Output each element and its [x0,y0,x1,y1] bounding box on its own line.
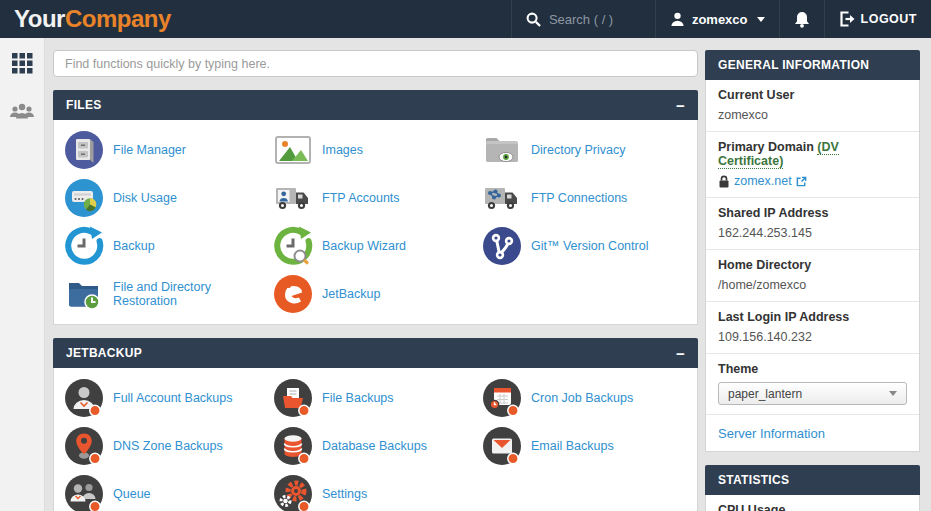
file-manager-icon [64,130,104,170]
backup-icon [64,226,104,266]
server-information-row: Server Information [706,415,919,451]
last-login-ip-row: Last Login IP Address 109.156.140.232 [706,302,919,354]
app-item-full-account-backups[interactable]: Full Account Backups [62,374,271,422]
shared-ip-label: Shared IP Address [718,206,907,220]
file-backups-icon [273,378,313,418]
company-logo[interactable]: YourCompany [0,5,185,33]
app-item-file-backups[interactable]: File Backups [271,374,480,422]
app-item-queue[interactable]: Queue [62,470,271,511]
current-user-row: Current User zomexco [706,80,919,132]
app-item-jetbackup[interactable]: JetBackup [271,270,480,318]
server-information-link[interactable]: Server Information [718,426,825,441]
statistics-header: STATISTICS [705,465,920,495]
app-item-git-version-control[interactable]: Git™ Version Control [480,222,689,270]
primary-domain-label: Primary Domain (DV Certificate) [718,140,907,168]
theme-select[interactable]: paper_lantern [718,382,907,405]
app-item-label: Disk Usage [113,191,177,205]
app-item-label: Git™ Version Control [531,239,648,253]
app-item-label: File and Directory Restoration [113,280,269,309]
app-item-dns-zone-backups[interactable]: DNS Zone Backups [62,422,271,470]
bell-icon [794,11,810,28]
app-item-email-backups[interactable]: Email Backups [480,422,689,470]
general-information-header: GENERAL INFORMATION [705,50,920,80]
app-item-backup-wizard[interactable]: Backup Wizard [271,222,480,270]
statistics-body: CPU Usage 3 / 100 (3%) [705,495,920,511]
current-user-label: Current User [718,88,907,102]
app-item-directory-privacy[interactable]: Directory Privacy [480,126,689,174]
app-item-ftp-connections[interactable]: FTP Connections [480,174,689,222]
full-account-backups-icon [64,378,104,418]
email-backups-icon [482,426,522,466]
notifications-button[interactable] [779,0,824,38]
general-information-title: GENERAL INFORMATION [718,58,869,72]
directory-privacy-icon [482,130,522,170]
general-information-panel: GENERAL INFORMATION Current User zomexco… [705,50,920,452]
chevron-down-icon [757,17,765,22]
dns-zone-backups-icon [64,426,104,466]
file-restoration-icon [64,274,104,314]
current-user-value: zomexco [718,108,907,122]
files-section: FILES − File Manager Images Directory Pr… [53,90,698,325]
ftp-connections-icon [482,178,522,218]
user-menu[interactable]: zomexco [655,0,779,38]
app-item-label: File Manager [113,143,186,157]
main-area: FILES − File Manager Images Directory Pr… [45,38,705,511]
collapse-icon[interactable]: − [676,346,685,361]
logo-suffix: Company [65,5,171,32]
jetbackup-section-header[interactable]: JETBACKUP − [53,338,698,368]
app-item-file-restoration[interactable]: File and Directory Restoration [62,270,271,318]
app-item-label: Database Backups [322,439,427,453]
user-manager-nav[interactable] [9,101,35,121]
tools-grid-nav[interactable] [12,53,33,74]
app-item-ftp-accounts[interactable]: FTP Accounts [271,174,480,222]
home-directory-row: Home Directory /home/zomexco [706,250,919,302]
cpu-usage-row: CPU Usage 3 / 100 (3%) [706,495,919,511]
find-functions-input[interactable] [53,50,698,77]
files-section-title: FILES [66,98,102,112]
theme-label: Theme [718,362,907,376]
images-icon [273,130,313,170]
search-icon [526,12,541,27]
logout-button[interactable]: LOGOUT [824,0,931,38]
cpu-usage-label: CPU Usage [718,503,907,511]
primary-domain-row: Primary Domain (DV Certificate) zomex.ne… [706,132,919,198]
header-search [511,0,655,38]
grid-icon [12,53,33,74]
app-item-settings[interactable]: Settings [271,470,480,511]
app-item-label: Settings [322,487,367,501]
jetbackup-section: JETBACKUP − Full Account Backups File Ba… [53,338,698,511]
queue-icon [64,474,104,511]
header-search-input[interactable] [549,12,641,27]
app-item-database-backups[interactable]: Database Backups [271,422,480,470]
top-header: YourCompany zomexco LOGOUT [0,0,931,38]
files-section-header[interactable]: FILES − [53,90,698,120]
app-item-backup[interactable]: Backup [62,222,271,270]
logout-icon [839,11,855,27]
cron-job-backups-icon [482,378,522,418]
app-item-images[interactable]: Images [271,126,480,174]
app-item-label: FTP Connections [531,191,627,205]
jetbackup-section-title: JETBACKUP [66,346,142,360]
app-item-disk-usage[interactable]: Disk Usage [62,174,271,222]
jetbackup-icon [273,274,313,314]
logout-label: LOGOUT [861,12,917,26]
last-login-ip-label: Last Login IP Address [718,310,907,324]
app-item-label: JetBackup [322,287,380,301]
left-rail [0,38,45,511]
user-icon [670,11,685,27]
app-item-label: Email Backups [531,439,614,453]
app-item-label: Images [322,143,363,157]
lock-icon [718,175,730,188]
jetbackup-section-body: Full Account Backups File Backups Cron J… [53,368,698,511]
app-item-label: Directory Privacy [531,143,625,157]
app-item-label: File Backups [322,391,394,405]
statistics-panel: STATISTICS CPU Usage 3 / 100 (3%) [705,465,920,511]
primary-domain-link[interactable]: zomex.net [734,174,807,188]
collapse-icon[interactable]: − [676,98,685,113]
page-content: FILES − File Manager Images Directory Pr… [0,38,931,511]
logo-prefix: Your [14,5,65,32]
app-item-file-manager[interactable]: File Manager [62,126,271,174]
chevron-down-icon [889,391,897,396]
app-item-cron-job-backups[interactable]: Cron Job Backups [480,374,689,422]
username-label: zomexco [692,12,748,27]
